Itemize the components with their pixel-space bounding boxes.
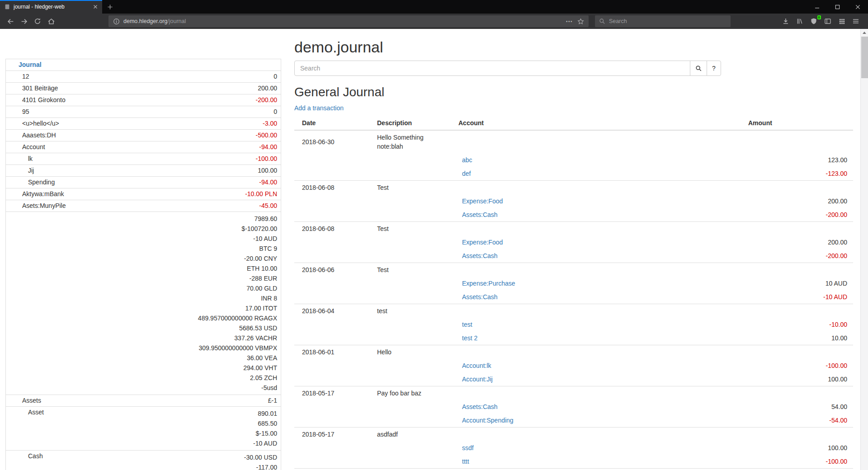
sidebar: Journal 12 0 301 Beiträge 200.00 4101 Gi…	[5, 59, 281, 470]
forward-button[interactable]	[17, 15, 31, 28]
sidebar-account-row: Account -94.00	[6, 141, 281, 153]
account-link[interactable]: 301 Beiträge	[22, 85, 58, 92]
account-balance: 200.00	[179, 85, 278, 92]
posting-account-link[interactable]: Assets:Cash	[462, 293, 498, 301]
account-balance: 70.00 GLD	[179, 283, 278, 293]
posting-account-link[interactable]: def	[462, 170, 471, 177]
search-help-button[interactable]: ?	[707, 61, 721, 76]
posting-amount: -200.00	[745, 249, 853, 263]
posting-account-link[interactable]: tttt	[462, 458, 469, 465]
posting-row: tttt -100.00	[294, 455, 853, 469]
account-balance: -5usd	[179, 383, 278, 393]
txn-date: 2018-06-08	[294, 222, 373, 236]
new-tab-button[interactable]	[102, 0, 118, 14]
account-link[interactable]: Aaasets:DH	[22, 132, 56, 139]
account-link[interactable]: Spending	[28, 179, 55, 186]
column-header-date: Date	[294, 116, 373, 130]
posting-account-link[interactable]: Account:Spending	[462, 417, 514, 424]
library-icon[interactable]	[793, 15, 807, 28]
posting-amount: 10.00	[745, 331, 853, 345]
url-bar[interactable]: demo.hledger.org/journal •••	[108, 15, 589, 27]
browser-search-bar[interactable]: Search	[595, 15, 731, 27]
posting-amount: -10 AUD	[745, 290, 853, 304]
posting-row: Expense:Food 200.00	[294, 235, 853, 249]
home-button[interactable]	[44, 15, 58, 28]
account-link[interactable]: Jij	[28, 167, 34, 174]
url-text[interactable]: demo.hledger.org/journal	[123, 18, 566, 24]
page-title: demo.journal	[294, 38, 853, 56]
posting-account-link[interactable]: Expense:Purchase	[462, 280, 515, 287]
sidebar-journal-row: Journal	[6, 59, 281, 71]
page-actions-icon[interactable]: •••	[566, 19, 573, 24]
sidebar-account-row: Spending -94.00	[6, 177, 281, 188]
account-link[interactable]: 4101 Girokonto	[22, 96, 66, 103]
account-balance: -94.00	[179, 179, 278, 186]
tab-close-icon[interactable]	[93, 4, 98, 9]
account-link[interactable]: Asets:MunyPile	[22, 202, 66, 209]
browser-tab[interactable]: journal - hledger-web	[0, 0, 102, 14]
account-link[interactable]: Aktywa:mBank	[22, 190, 64, 197]
account-balances: 100.00	[175, 165, 281, 177]
posting-amount: 54.00	[745, 400, 853, 414]
search-button[interactable]	[690, 61, 707, 76]
scrollbar-thumb[interactable]	[861, 37, 868, 78]
browser-chrome: journal - hledger-web	[0, 0, 868, 29]
account-balances: -10.00 PLN	[175, 188, 281, 200]
posting-account-link[interactable]: Assets:Cash	[462, 403, 498, 410]
account-balances: -3.00	[175, 118, 281, 130]
posting-account-link[interactable]: test 2	[462, 334, 477, 342]
posting-row: Account:Spending -54.00	[294, 414, 853, 428]
back-button[interactable]	[4, 15, 17, 28]
txn-description: Pay foo bar baz	[373, 386, 455, 400]
account-link[interactable]: <u>hello</u>	[22, 120, 59, 127]
site-info-icon[interactable]	[113, 18, 120, 25]
posting-account-link[interactable]: test	[462, 321, 472, 328]
scrollbar-up-arrow-icon[interactable]	[861, 29, 868, 36]
transaction-row: 2018-06-08 Test	[294, 222, 853, 236]
account-balance: 309.950000000000 VBMPX	[179, 343, 278, 353]
account-balances: -100.00	[175, 153, 281, 165]
sidebar-account-row: 12 0	[6, 71, 281, 83]
account-link[interactable]: 95	[22, 108, 29, 115]
sidebar-account-row: Asset 890.01685.50$-15.00-10 AUD	[6, 407, 281, 451]
posting-account-link[interactable]: abc	[462, 156, 472, 164]
column-header-description: Description	[373, 116, 455, 130]
sidebar-toggle-icon[interactable]	[821, 15, 835, 28]
reload-button[interactable]	[31, 15, 44, 28]
window-minimize-button[interactable]	[807, 0, 827, 14]
account-link[interactable]: Cash	[28, 452, 43, 460]
account-link[interactable]: Account	[22, 143, 45, 150]
sidebar-journal-link[interactable]: Journal	[19, 61, 42, 68]
extension-shield-icon[interactable]: 0	[807, 15, 821, 28]
window-close-button[interactable]	[848, 0, 868, 14]
account-balance: 294.00 VHT	[179, 363, 278, 373]
txn-description: Test	[373, 181, 455, 195]
account-balance: 5686.53 USD	[179, 323, 278, 333]
txn-date: 2018-06-08	[294, 181, 373, 195]
grid-apps-icon[interactable]	[835, 15, 849, 28]
posting-account-link[interactable]: Assets:Cash	[462, 211, 498, 218]
account-balance: -3.00	[179, 120, 278, 127]
posting-account-link[interactable]: Expense:Food	[462, 197, 503, 205]
posting-account-link[interactable]: Expense:Food	[462, 239, 503, 246]
posting-account-link[interactable]: Account:lk	[462, 362, 491, 369]
menu-hamburger-icon[interactable]	[849, 15, 863, 28]
search-input[interactable]	[294, 61, 690, 76]
posting-account-link[interactable]: ssdf	[462, 444, 474, 451]
posting-account-link[interactable]: Account:Jij	[462, 376, 493, 383]
page-scrollbar[interactable]	[860, 29, 868, 470]
browser-titlebar: journal - hledger-web	[0, 0, 868, 14]
account-balance: 36.00 VEA	[179, 353, 278, 363]
account-balance: 0	[179, 73, 278, 80]
account-link[interactable]: 12	[22, 73, 29, 80]
posting-account-link[interactable]: Assets:Cash	[462, 252, 498, 259]
account-link[interactable]: Asset	[28, 409, 44, 416]
bookmark-star-icon[interactable]	[577, 18, 584, 25]
window-maximize-button[interactable]	[827, 0, 848, 14]
posting-amount: 100.00	[745, 441, 853, 455]
account-link[interactable]: lk	[28, 155, 33, 162]
account-link[interactable]: Assets	[22, 397, 41, 404]
transaction-row: 2018-06-08 Test	[294, 181, 853, 195]
downloads-icon[interactable]	[779, 15, 793, 28]
add-transaction-link[interactable]: Add a transaction	[294, 104, 344, 112]
